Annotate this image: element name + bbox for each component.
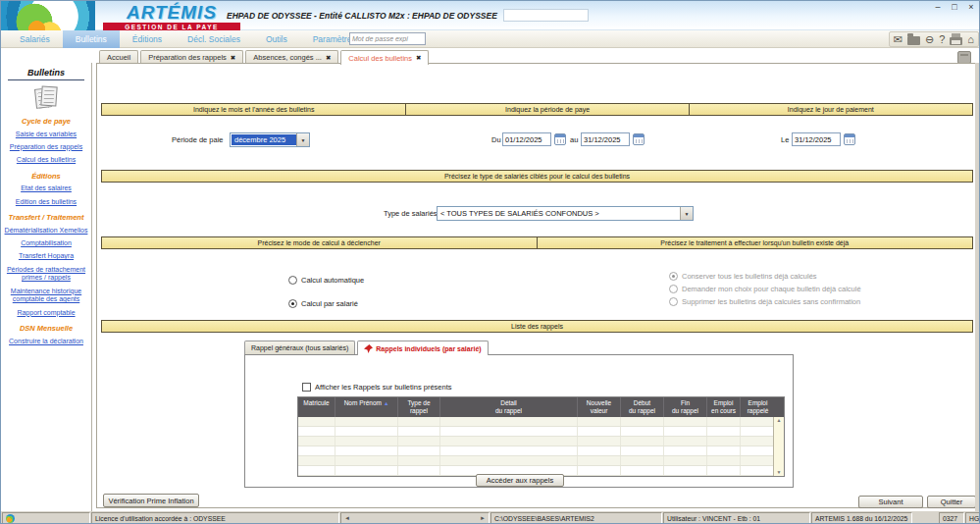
sidebar-divider (8, 79, 84, 80)
column-header[interactable]: Nouvelle valeur (578, 397, 621, 417)
sort-icon[interactable]: ▲ (384, 400, 388, 406)
acceder-aux-rappels-button[interactable]: Accéder aux rappels (476, 474, 564, 487)
verification-prime-inflation-button[interactable]: Vérification Prime Inflation (103, 494, 199, 507)
quitter-button[interactable]: Quitter (927, 496, 976, 508)
sidebar-link-edition-des-bulletins[interactable]: Edition des bulletins (3, 198, 89, 207)
print-icon[interactable] (950, 37, 962, 45)
column-header[interactable]: Emploi en cours (707, 397, 741, 417)
radio-supprimer-bulletins[interactable]: Supprimer les bulletins déjà calculés sa… (669, 297, 860, 306)
status-scroller: ◄ ► (340, 512, 490, 524)
user-status: Utilisateur : VINCENT - Etb : 01 (663, 512, 810, 524)
menu-outils[interactable]: Outils (253, 30, 300, 48)
minimize-button[interactable]: ‒ (933, 2, 943, 12)
close-tab-icon[interactable]: ✖ (231, 54, 235, 62)
table-row[interactable] (298, 437, 784, 446)
sidebar: Bulletins Cycle de paye Saisie des varia… (1, 63, 92, 511)
version-status: ARTEMIS 1.688 du 16/12/2025 (811, 512, 912, 524)
radio-conserver-bulletins[interactable]: Conserver tous les bulletins déjà calcul… (669, 272, 817, 281)
sidebar-link-rapport-comptable[interactable]: Rapport comptable (3, 309, 89, 318)
tab-calcul-des-bulletins[interactable]: Calcul des bulletins ✖ (340, 50, 429, 65)
table-row[interactable] (298, 427, 784, 437)
tab-preparation-des-rappels[interactable]: Préparation des rappels ✖ (140, 50, 243, 64)
radio-icon[interactable] (288, 299, 297, 308)
date-debut-field[interactable]: 01/12/2025 (502, 132, 551, 146)
scroll-left-icon[interactable]: ◄ (344, 515, 350, 521)
date-fin-field[interactable]: 31/12/2025 (581, 132, 630, 146)
periode-de-paie-select[interactable]: décembre 2025 ▼ (230, 132, 310, 147)
calendar-icon[interactable] (554, 133, 566, 145)
table-row[interactable] (298, 446, 784, 456)
chevron-down-icon[interactable]: ▼ (680, 207, 693, 220)
main-panel: Indiquez le mois et l'année des bulletin… (96, 63, 977, 508)
sidebar-link-preparation-des-rappels[interactable]: Préparation des rappels (3, 143, 89, 152)
radio-icon[interactable] (669, 272, 678, 281)
sidebar-link-etat-des-salaires[interactable]: Etat des salaires (3, 184, 89, 193)
type-de-salaries-label: Type de salariés (384, 209, 438, 218)
close-button[interactable]: × (966, 2, 976, 12)
column-header[interactable]: Fin du rappel (664, 397, 707, 417)
menu-bulletins[interactable]: Bulletins (63, 30, 120, 48)
password-expiry-field[interactable] (349, 32, 426, 45)
menubar: Salariés Bulletins Éditions Décl. Social… (1, 30, 980, 48)
chevron-down-icon[interactable]: ▼ (296, 133, 309, 146)
rappels-table: MatriculeNom Prénom▲Type de rappelDétail… (297, 396, 785, 477)
sidebar-link-maintenance-historique[interactable]: Maintenance historique comptable des age… (3, 288, 89, 305)
sidebar-link-dematerialisation-xemelios[interactable]: Dématérialisation Xemelios (3, 227, 89, 236)
scroll-down-icon[interactable]: ▼ (777, 469, 782, 476)
sidebar-link-calcul-des-bulletins[interactable]: Calcul des bulletins (3, 156, 89, 165)
radio-demander-choix[interactable]: Demander mon choix pour chaque bulletin … (669, 285, 861, 293)
tab-rappels-individuels[interactable]: Rappels individuels (par salarié) (357, 341, 488, 355)
radio-calcul-par-salarie[interactable]: Calcul par salarié (288, 299, 358, 308)
checkbox-label: Afficher les Rappels sur bulletins prése… (315, 383, 452, 392)
menu-decl-sociales[interactable]: Décl. Sociales (175, 30, 253, 48)
folder-icon[interactable] (907, 36, 920, 45)
column-header[interactable]: Début du rappel (621, 397, 664, 417)
radio-icon[interactable] (669, 297, 678, 306)
radio-calcul-automatique[interactable]: Calcul automatique (288, 276, 364, 285)
vertical-scrollbar[interactable]: ▲ ▼ (773, 417, 784, 476)
maximize-button[interactable]: □ (950, 2, 959, 12)
mail-icon[interactable]: ✉ (894, 32, 903, 46)
table-row[interactable] (298, 456, 784, 466)
sidebar-link-comptabilisation[interactable]: Comptabilisation (3, 239, 89, 248)
minus-circle-icon[interactable]: ⊖ (925, 32, 934, 46)
checkbox-icon[interactable] (302, 383, 311, 392)
header-mois-annee: Indiquez le mois et l'année des bulletin… (102, 104, 406, 115)
statusbar: Licence d'utilisation accordée à : ODYSS… (1, 511, 980, 524)
brand-name: ARTÉMIS (103, 2, 240, 23)
sidebar-link-construire-la-declaration[interactable]: Construire la déclaration (3, 338, 89, 346)
sidebar-link-transfert-hopayra[interactable]: Transfert Hopayra (3, 252, 89, 261)
menu-editions[interactable]: Éditions (120, 30, 175, 48)
column-header[interactable]: Emploi rappelé (741, 397, 775, 417)
date-paiement-field[interactable]: 31/12/2025 (792, 132, 841, 146)
radio-icon[interactable] (288, 276, 297, 285)
column-header[interactable]: Type de rappel (398, 397, 440, 417)
sidebar-link-periodes-rattachement[interactable]: Périodes de rattachement primes / rappel… (3, 266, 89, 284)
column-header[interactable]: Matricule (298, 397, 335, 417)
suivant-button[interactable]: Suivant (858, 496, 923, 508)
title-input[interactable] (503, 9, 589, 22)
menu-items: Salariés Bulletins Éditions Décl. Social… (7, 30, 369, 48)
tab-absences-conges[interactable]: Absences, congés ... ✖ (245, 50, 338, 64)
calendar-icon[interactable] (633, 133, 645, 145)
tab-rappels-generaux[interactable]: Rappel généraux (tous salariés) (244, 341, 355, 354)
company-swoosh-logo (1, 1, 95, 30)
afficher-rappels-checkbox-row[interactable]: Afficher les Rappels sur bulletins prése… (302, 383, 452, 392)
tab-accueil[interactable]: Accueil (99, 50, 138, 64)
column-header[interactable]: Détail du rappel (440, 397, 578, 417)
column-header[interactable]: Nom Prénom▲ (335, 397, 398, 417)
close-tab-icon[interactable]: ✖ (326, 54, 331, 62)
sidebar-link-saisie-des-variables[interactable]: Saisie des variables (3, 131, 89, 139)
calendar-icon[interactable] (844, 133, 855, 145)
close-tab-icon[interactable]: ✖ (416, 54, 421, 62)
radio-icon[interactable] (669, 285, 678, 293)
scroll-up-icon[interactable]: ▲ (777, 417, 782, 424)
table-row[interactable] (298, 417, 784, 427)
home-icon[interactable]: ⌂ (967, 32, 974, 46)
scroll-right-icon[interactable]: ► (480, 515, 486, 521)
rappels-table-header: MatriculeNom Prénom▲Type de rappelDétail… (298, 397, 784, 417)
menu-salaries[interactable]: Salariés (7, 30, 63, 48)
help-icon[interactable]: ? (939, 32, 945, 46)
type-de-salaries-select[interactable]: < TOUS TYPES DE SALARIÉS CONFONDUS > ▼ (437, 206, 694, 221)
sidebar-title: Bulletins (1, 68, 91, 78)
